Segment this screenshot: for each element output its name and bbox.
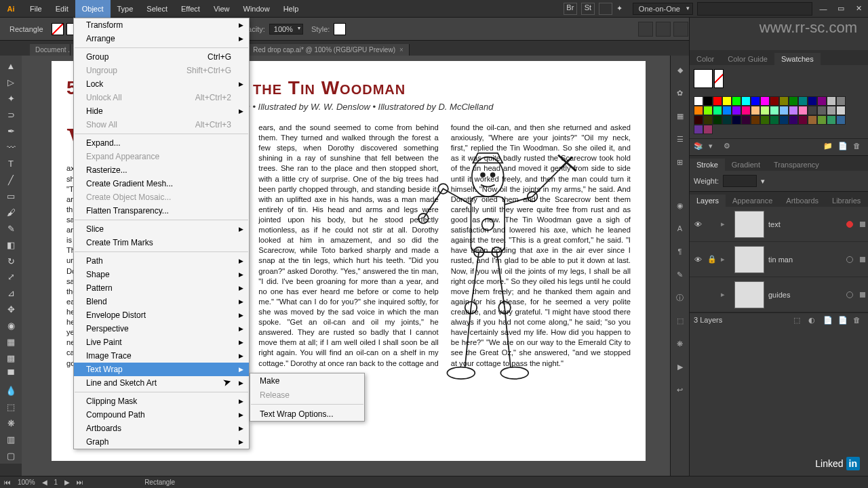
swatch[interactable] bbox=[798, 115, 808, 125]
eraser-tool-icon[interactable]: ◧ bbox=[3, 237, 19, 252]
document-tab-2[interactable]: Red drop cap.ai* @ 100% (RGB/GPU Preview… bbox=[248, 44, 410, 56]
swatch[interactable] bbox=[817, 115, 827, 125]
swatch[interactable] bbox=[798, 96, 808, 106]
menu-item-shape[interactable]: Shape▶ bbox=[74, 268, 249, 281]
fill-swatch[interactable] bbox=[52, 23, 64, 35]
nav-next-icon[interactable]: ▶ bbox=[64, 479, 70, 486]
document-tab-0[interactable]: Document ...× bbox=[30, 44, 71, 56]
menu-item-arrange[interactable]: Arrange▶ bbox=[74, 32, 249, 45]
layer-row-guides[interactable]: ▸guides bbox=[690, 277, 868, 312]
swatch[interactable] bbox=[722, 96, 732, 106]
layer-row-text[interactable]: 👁▸text bbox=[690, 207, 868, 242]
menu-window[interactable]: Window bbox=[237, 0, 277, 18]
panel-tab-artboards[interactable]: Artboards bbox=[779, 195, 825, 207]
graph-tool-icon[interactable]: ▥ bbox=[3, 432, 19, 447]
menu-type[interactable]: Type bbox=[111, 0, 140, 18]
swatch[interactable] bbox=[817, 106, 827, 115]
swatch[interactable] bbox=[703, 115, 713, 125]
dock-icon-13[interactable]: ▶ bbox=[673, 359, 688, 374]
artboard-tool-icon[interactable]: ▢ bbox=[3, 448, 19, 463]
swatch[interactable] bbox=[836, 106, 846, 115]
swatch[interactable] bbox=[808, 106, 817, 115]
align-icon-2[interactable] bbox=[656, 22, 671, 37]
swatch[interactable] bbox=[713, 106, 722, 115]
panel-tab-stroke[interactable]: Stroke bbox=[690, 159, 725, 171]
menu-item-text-wrap[interactable]: Text Wrap▶ bbox=[74, 363, 249, 376]
disclosure-icon[interactable]: ▸ bbox=[721, 220, 730, 228]
menu-item-pattern[interactable]: Pattern▶ bbox=[74, 281, 249, 295]
search-input[interactable] bbox=[697, 2, 812, 16]
swatch[interactable] bbox=[741, 115, 751, 125]
blend-tool-icon[interactable]: ⬚ bbox=[3, 399, 19, 414]
locate-layer-icon[interactable]: ⬚ bbox=[793, 316, 804, 327]
dock-icon-11[interactable]: ⬚ bbox=[673, 313, 688, 328]
menu-item-expand-[interactable]: Expand... bbox=[74, 136, 249, 150]
scale-tool-icon[interactable]: ⤢ bbox=[3, 270, 19, 285]
menu-item-perspective[interactable]: Perspective▶ bbox=[74, 322, 249, 336]
menu-item-graph[interactable]: Graph▶ bbox=[74, 435, 249, 449]
delete-layer-icon[interactable]: 🗑 bbox=[853, 316, 864, 327]
width-tool-icon[interactable]: ⊿ bbox=[3, 286, 19, 301]
menu-file[interactable]: File bbox=[23, 0, 49, 18]
menu-item-clipping-mask[interactable]: Clipping Mask▶ bbox=[74, 394, 249, 408]
swatch[interactable] bbox=[751, 106, 760, 115]
menu-item-create-trim-marks[interactable]: Create Trim Marks bbox=[74, 236, 249, 249]
gradient-tool-icon[interactable]: ▀ bbox=[3, 367, 19, 382]
swatch[interactable] bbox=[703, 96, 713, 106]
swatches-grid[interactable] bbox=[690, 92, 868, 138]
menu-view[interactable]: View bbox=[207, 0, 237, 18]
dock-icon-3[interactable]: ▦ bbox=[673, 108, 688, 123]
swatch[interactable] bbox=[798, 106, 808, 115]
swatch[interactable] bbox=[808, 96, 817, 106]
target-icon[interactable] bbox=[846, 221, 853, 228]
swatch[interactable] bbox=[770, 115, 779, 125]
swatch[interactable] bbox=[789, 115, 798, 125]
layer-row-tin-man[interactable]: 👁🔒▸tin man bbox=[690, 242, 868, 277]
dock-icon-8[interactable]: ¶ bbox=[673, 244, 688, 259]
swatch[interactable] bbox=[827, 106, 836, 115]
menu-item-lock[interactable]: Lock▶ bbox=[74, 77, 249, 91]
submenu-item-make[interactable]: Make bbox=[250, 373, 364, 388]
menu-help[interactable]: Help bbox=[277, 0, 306, 18]
swatch[interactable] bbox=[722, 115, 732, 125]
menu-item-blend[interactable]: Blend▶ bbox=[74, 295, 249, 308]
dock-icon-2[interactable]: ✿ bbox=[673, 85, 688, 100]
swatch[interactable] bbox=[694, 96, 703, 106]
visibility-icon[interactable]: 👁 bbox=[692, 256, 703, 264]
new-layer-icon[interactable]: 📄 bbox=[838, 316, 849, 327]
delete-swatch-icon[interactable]: 🗑 bbox=[853, 142, 864, 152]
nav-first-icon[interactable]: ⏮ bbox=[4, 479, 11, 486]
minimize-button[interactable]: — bbox=[816, 5, 830, 13]
gpu-icon[interactable]: ✦ bbox=[616, 4, 629, 13]
swatch[interactable] bbox=[827, 96, 836, 106]
make-clip-icon[interactable]: ◐ bbox=[808, 316, 819, 327]
selection-tool-icon[interactable]: ▲ bbox=[3, 59, 19, 74]
menu-item-hide[interactable]: Hide▶ bbox=[74, 104, 249, 118]
dock-icon-6[interactable]: ◉ bbox=[673, 198, 688, 213]
swatch[interactable] bbox=[713, 115, 722, 125]
menu-object[interactable]: Object bbox=[75, 0, 111, 18]
pen-tool-icon[interactable]: ✒ bbox=[3, 124, 19, 139]
swatch[interactable] bbox=[732, 115, 741, 125]
swatch[interactable] bbox=[694, 106, 703, 115]
swatch[interactable] bbox=[779, 106, 789, 115]
arrange-icon[interactable] bbox=[599, 3, 612, 15]
lock-icon[interactable]: 🔒 bbox=[707, 255, 717, 264]
workspace-dropdown[interactable]: One-on-One bbox=[633, 3, 693, 15]
shape-builder-tool-icon[interactable]: ◉ bbox=[3, 319, 19, 333]
rectangle-tool-icon[interactable]: ▭ bbox=[3, 188, 19, 203]
menu-item-flatten-transparency-[interactable]: Flatten Transparency... bbox=[74, 204, 249, 218]
new-group-icon[interactable]: 📁 bbox=[823, 142, 834, 152]
rotate-tool-icon[interactable]: ↻ bbox=[3, 253, 19, 268]
line-tool-icon[interactable]: ╱ bbox=[3, 172, 19, 187]
swatch[interactable] bbox=[751, 115, 760, 125]
swatch[interactable] bbox=[770, 106, 779, 115]
dock-icon-1[interactable]: ◆ bbox=[673, 62, 688, 77]
menu-item-compound-path[interactable]: Compound Path▶ bbox=[74, 408, 249, 422]
menu-item-live-paint[interactable]: Live Paint▶ bbox=[74, 336, 249, 349]
menu-item-transform[interactable]: Transform▶ bbox=[74, 18, 249, 32]
align-icon-3[interactable] bbox=[673, 22, 688, 37]
weight-stepper-icon[interactable]: ▾ bbox=[761, 177, 765, 186]
swatch[interactable] bbox=[732, 106, 741, 115]
menu-edit[interactable]: Edit bbox=[49, 0, 75, 18]
